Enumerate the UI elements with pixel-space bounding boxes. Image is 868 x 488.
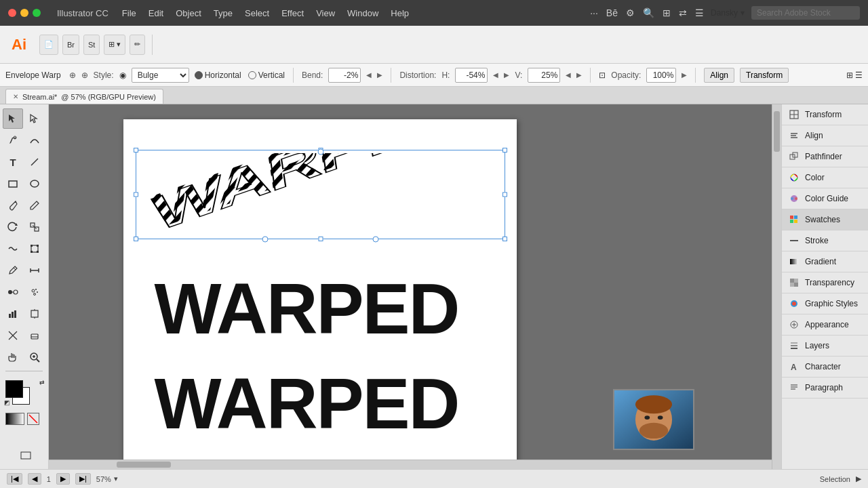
handle-br[interactable] xyxy=(502,237,507,241)
warped-text-2[interactable]: WARPED xyxy=(123,363,490,445)
free-transform-tool[interactable] xyxy=(24,239,45,259)
menu-help[interactable]: Help xyxy=(391,8,409,18)
v-scroll-thumb[interactable] xyxy=(774,111,780,152)
stock-btn[interactable]: St xyxy=(83,35,100,55)
transform-button[interactable]: Transform xyxy=(740,68,789,83)
dist-v-arrow-right[interactable]: ▶ xyxy=(576,71,582,79)
bridge-btn[interactable]: Br xyxy=(62,35,79,55)
foreground-color-swatch[interactable] xyxy=(5,380,23,398)
panel-item-swatches[interactable]: Swatches xyxy=(782,209,868,230)
document-tab[interactable]: ✕ Stream.ai* @ 57% (RGB/GPU Preview) xyxy=(5,89,163,104)
bend-input[interactable] xyxy=(328,68,361,83)
new-doc-btn[interactable]: 📄 xyxy=(39,35,58,55)
menu-icon[interactable]: ☰ xyxy=(695,7,704,18)
rectangle-tool[interactable] xyxy=(3,174,23,194)
artboard-tool[interactable] xyxy=(24,304,45,324)
rotate-tool[interactable] xyxy=(3,217,23,237)
play-end-btn[interactable]: ▶| xyxy=(75,473,91,485)
menu-file[interactable]: File xyxy=(122,8,136,18)
handle-mr[interactable] xyxy=(502,192,507,197)
dist-v-input[interactable] xyxy=(528,68,560,83)
panel-item-align[interactable]: Align xyxy=(782,125,868,146)
change-screen-mode-btn[interactable] xyxy=(5,449,46,462)
opacity-input[interactable] xyxy=(646,68,676,83)
panel-item-graphic-styles[interactable]: Graphic Styles xyxy=(782,293,868,314)
align-button[interactable]: Align xyxy=(704,68,734,83)
panel-item-color-guide[interactable]: Color Guide xyxy=(782,188,868,209)
eyedropper-tool[interactable] xyxy=(3,260,23,281)
panel-item-stroke[interactable]: Stroke xyxy=(782,230,868,251)
menu-window[interactable]: Window xyxy=(347,8,378,18)
panel-item-transparency[interactable]: Transparency xyxy=(782,272,868,293)
selection-tool[interactable] xyxy=(3,108,23,129)
panel-item-pathfinder[interactable]: Pathfinder xyxy=(782,146,868,167)
swap-colors-icon[interactable]: ⇄ xyxy=(39,379,45,386)
vertical-radio[interactable]: Vertical xyxy=(248,70,285,80)
none-swatch[interactable] xyxy=(27,413,39,425)
vertical-scrollbar[interactable] xyxy=(772,104,781,469)
menu-object[interactable]: Object xyxy=(176,8,201,18)
warped-text-1[interactable]: WARPED xyxy=(123,268,490,350)
minimize-button[interactable] xyxy=(20,9,28,17)
search-stock-input[interactable] xyxy=(751,6,860,20)
column-graph-tool[interactable] xyxy=(3,304,23,324)
default-colors-icon[interactable]: ◩ xyxy=(4,399,10,406)
bend-arrow-left[interactable]: ◀ xyxy=(366,71,372,79)
sync-icon[interactable]: ⇄ xyxy=(679,7,687,18)
panel-item-appearance[interactable]: Appearance xyxy=(782,314,868,336)
pen-tool[interactable] xyxy=(3,130,23,150)
handle-tr[interactable] xyxy=(502,148,507,152)
ellipse-tool[interactable] xyxy=(24,174,45,194)
panel-item-layers[interactable]: Layers xyxy=(782,336,868,357)
maximize-button[interactable] xyxy=(33,9,41,17)
h-scroll-thumb[interactable] xyxy=(117,462,171,468)
handle-tl[interactable] xyxy=(134,148,138,152)
grid-view-icon[interactable]: ⊞ xyxy=(663,7,671,18)
search-icon[interactable]: 🔍 xyxy=(643,7,654,18)
horizontal-radio[interactable]: Horizontal xyxy=(195,70,241,80)
pencil-tool[interactable] xyxy=(24,195,45,216)
paintbrush-tool[interactable] xyxy=(3,195,23,216)
play-next-btn[interactable]: ▶ xyxy=(56,473,70,485)
panel-item-color[interactable]: Color xyxy=(782,167,868,188)
panel-item-gradient[interactable]: Gradient xyxy=(782,251,868,272)
panel-item-character[interactable]: A Character xyxy=(782,357,868,378)
type-tool[interactable]: T xyxy=(3,152,23,172)
curvature-tool[interactable] xyxy=(24,130,45,150)
play-prev-btn[interactable]: ◀ xyxy=(28,473,41,485)
pen-tool-btn[interactable]: ✏ xyxy=(130,35,145,55)
eraser-tool[interactable] xyxy=(24,325,45,346)
dist-h-arrow-right[interactable]: ▶ xyxy=(504,71,509,79)
line-tool[interactable] xyxy=(24,152,45,172)
tab-close-icon[interactable]: ✕ xyxy=(13,93,18,100)
hand-tool[interactable] xyxy=(3,347,23,367)
menu-select[interactable]: Select xyxy=(245,8,269,18)
horizontal-scrollbar[interactable] xyxy=(49,460,772,469)
symbol-spray-tool[interactable] xyxy=(24,282,45,302)
close-button[interactable] xyxy=(8,9,16,17)
warp-tool[interactable] xyxy=(3,239,23,259)
zoom-tool[interactable] xyxy=(24,347,45,367)
measure-tool[interactable] xyxy=(24,260,45,281)
menu-view[interactable]: View xyxy=(316,8,335,18)
zoom-dropdown-icon[interactable]: ▾ xyxy=(114,474,118,483)
gradient-swatch[interactable] xyxy=(5,413,24,425)
direct-selection-tool[interactable] xyxy=(24,108,45,129)
slice-tool[interactable] xyxy=(3,325,23,346)
stock-icon[interactable]: ⚙ xyxy=(626,7,635,18)
dist-v-arrow-left[interactable]: ◀ xyxy=(566,71,571,79)
scale-tool[interactable] xyxy=(24,217,45,237)
handle-tc[interactable] xyxy=(318,148,323,152)
panel-item-paragraph[interactable]: Paragraph xyxy=(782,378,868,399)
style-select[interactable]: Bulge Arc Arc Lower Arc Upper Arch Flag … xyxy=(132,68,189,83)
play-start-btn[interactable]: |◀ xyxy=(7,473,22,485)
profile-menu[interactable]: Dansky ▾ xyxy=(711,8,745,18)
dist-h-input[interactable] xyxy=(455,68,488,83)
view-btn[interactable]: ⊞ ▾ xyxy=(104,35,125,55)
menu-effect[interactable]: Effect xyxy=(281,8,304,18)
blend-tool[interactable] xyxy=(3,282,23,302)
menu-type[interactable]: Type xyxy=(214,8,233,18)
opacity-arrow[interactable]: ▶ xyxy=(682,71,687,79)
bend-arrow-right[interactable]: ▶ xyxy=(377,71,382,79)
behance-icon[interactable]: Bē xyxy=(606,7,618,18)
